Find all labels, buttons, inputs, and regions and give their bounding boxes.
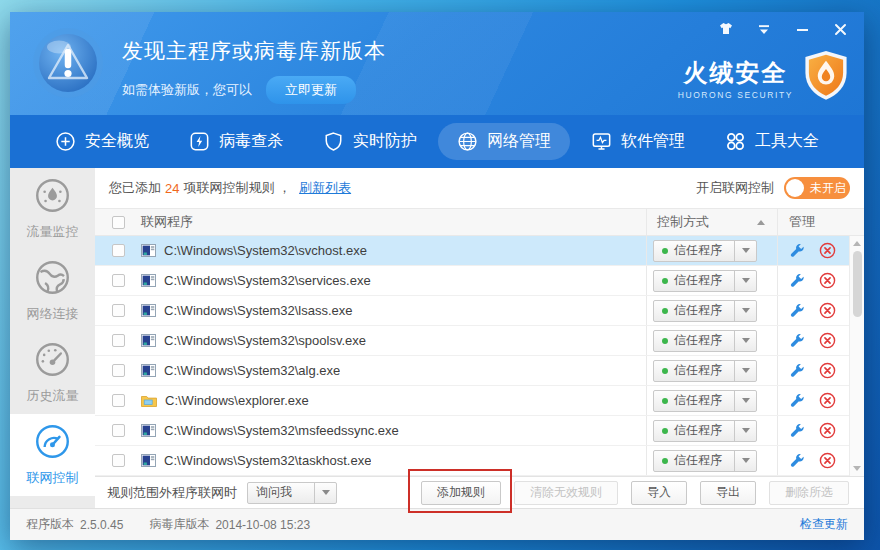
control-cell: 信任程序 bbox=[646, 386, 777, 415]
main-menu-icon[interactable] bbox=[756, 21, 772, 37]
nav-tab-tools-grid[interactable]: 工具大全 bbox=[706, 123, 838, 160]
table-row[interactable]: C:\Windows\System32\taskhost.exe信任程序 bbox=[95, 446, 864, 476]
control-mode-dropdown[interactable]: 信任程序 bbox=[653, 300, 757, 322]
table-row[interactable]: C:\Windows\System32\svchost.exe信任程序 bbox=[95, 236, 864, 266]
program-cell: C:\Windows\System32\msfeedssync.exe bbox=[141, 423, 646, 438]
sort-arrow-icon[interactable] bbox=[757, 220, 765, 225]
delete-rule-icon[interactable] bbox=[819, 272, 836, 289]
chevron-down-icon[interactable] bbox=[734, 451, 756, 471]
control-mode-dropdown[interactable]: 信任程序 bbox=[653, 360, 757, 382]
delete-rule-icon[interactable] bbox=[819, 332, 836, 349]
trusted-status-dot bbox=[662, 368, 668, 374]
row-checkbox[interactable] bbox=[112, 304, 125, 317]
program-path: C:\Windows\explorer.exe bbox=[165, 393, 309, 408]
update-banner: 发现主程序或病毒库新版本 如需体验新版，您可以 立即更新 bbox=[122, 37, 386, 104]
sidebar-item-net-connections[interactable]: 网络连接 bbox=[10, 250, 95, 332]
edit-rule-wrench-icon[interactable] bbox=[789, 393, 805, 409]
edit-rule-wrench-icon[interactable] bbox=[789, 243, 805, 259]
add-rule-button[interactable]: 添加规则 bbox=[421, 481, 501, 505]
sidebar-item-net-control[interactable]: 联网控制 bbox=[10, 414, 95, 496]
chevron-down-icon[interactable] bbox=[734, 391, 756, 411]
sidebar-item-history-traffic[interactable]: 历史流量 bbox=[10, 332, 95, 414]
action-button[interactable]: 导入 bbox=[631, 481, 687, 505]
dropdown-value: 询问我 bbox=[248, 484, 314, 501]
control-mode-dropdown[interactable]: 信任程序 bbox=[653, 330, 757, 352]
scroll-down-icon[interactable] bbox=[853, 466, 861, 471]
chevron-down-icon[interactable] bbox=[734, 421, 756, 441]
row-checkbox[interactable] bbox=[112, 424, 125, 437]
manage-cell bbox=[777, 356, 849, 385]
edit-rule-wrench-icon[interactable] bbox=[789, 423, 805, 439]
row-checkbox[interactable] bbox=[112, 454, 125, 467]
net-control-toggle[interactable]: 未开启 bbox=[784, 177, 850, 199]
trusted-status-dot bbox=[662, 248, 668, 254]
nav-tab-virus-scan[interactable]: 病毒查杀 bbox=[170, 123, 302, 160]
nav-tab-overview[interactable]: 安全概览 bbox=[36, 123, 168, 160]
program-path: C:\Windows\System32\msfeedssync.exe bbox=[164, 423, 399, 438]
delete-rule-icon[interactable] bbox=[819, 422, 836, 439]
column-manage: 管理 bbox=[777, 209, 849, 235]
control-mode-dropdown[interactable]: 信任程序 bbox=[653, 420, 757, 442]
refresh-list-link[interactable]: 刷新列表 bbox=[299, 179, 351, 197]
row-checkbox[interactable] bbox=[112, 394, 125, 407]
control-mode-dropdown[interactable]: 信任程序 bbox=[653, 240, 757, 262]
chevron-down-icon[interactable] bbox=[734, 241, 756, 261]
program-version: 2.5.0.45 bbox=[80, 518, 123, 532]
row-checkbox[interactable] bbox=[112, 334, 125, 347]
nav-tab-software-manage[interactable]: 软件管理 bbox=[572, 123, 704, 160]
nav-tab-network-manage[interactable]: 网络管理 bbox=[438, 123, 570, 160]
edit-rule-wrench-icon[interactable] bbox=[789, 273, 805, 289]
row-checkbox[interactable] bbox=[112, 364, 125, 377]
delete-rule-icon[interactable] bbox=[819, 242, 836, 259]
out-of-rule-dropdown[interactable]: 询问我 bbox=[247, 482, 337, 504]
control-mode-dropdown[interactable]: 信任程序 bbox=[653, 390, 757, 412]
delete-rule-icon[interactable] bbox=[819, 302, 836, 319]
close-icon[interactable] bbox=[832, 21, 848, 37]
check-update-link[interactable]: 检查更新 bbox=[800, 516, 848, 533]
program-path: C:\Windows\System32\alg.exe bbox=[164, 363, 340, 378]
row-checkbox[interactable] bbox=[112, 244, 125, 257]
manage-cell bbox=[777, 296, 849, 325]
table-row[interactable]: C:\Windows\System32\spoolsv.exe信任程序 bbox=[95, 326, 864, 356]
control-mode-dropdown[interactable]: 信任程序 bbox=[653, 450, 757, 472]
chevron-down-icon[interactable] bbox=[314, 483, 336, 503]
chevron-down-icon[interactable] bbox=[734, 361, 756, 381]
table-row[interactable]: C:\Windows\System32\services.exe信任程序 bbox=[95, 266, 864, 296]
edit-rule-wrench-icon[interactable] bbox=[789, 363, 805, 379]
control-cell: 信任程序 bbox=[646, 326, 777, 355]
update-now-button[interactable]: 立即更新 bbox=[266, 76, 356, 104]
control-cell: 信任程序 bbox=[646, 356, 777, 385]
action-button[interactable]: 导出 bbox=[700, 481, 756, 505]
select-all-checkbox[interactable] bbox=[112, 216, 125, 229]
table-row[interactable]: C:\Windows\System32\lsass.exe信任程序 bbox=[95, 296, 864, 326]
sidebar-item-traffic-monitor[interactable]: 流量监控 bbox=[10, 168, 95, 250]
manage-cell bbox=[777, 386, 849, 415]
table-row[interactable]: C:\Windows\explorer.exe信任程序 bbox=[95, 386, 864, 416]
sidebar-item-label: 流量监控 bbox=[27, 223, 79, 241]
chevron-down-icon[interactable] bbox=[734, 301, 756, 321]
delete-rule-icon[interactable] bbox=[819, 452, 836, 469]
nav-tab-realtime-protect[interactable]: 实时防护 bbox=[304, 123, 436, 160]
chevron-down-icon[interactable] bbox=[734, 271, 756, 291]
scroll-thumb[interactable] bbox=[853, 251, 862, 317]
chevron-down-icon[interactable] bbox=[734, 331, 756, 351]
update-title: 发现主程序或病毒库新版本 bbox=[122, 37, 386, 65]
nav-tab-label: 软件管理 bbox=[621, 131, 685, 152]
scroll-up-icon[interactable] bbox=[853, 241, 861, 246]
table-row[interactable]: C:\Windows\System32\alg.exe信任程序 bbox=[95, 356, 864, 386]
manage-cell bbox=[777, 236, 849, 265]
table-scrollbar[interactable] bbox=[849, 236, 864, 476]
exe-file-icon bbox=[141, 334, 156, 347]
delete-rule-icon[interactable] bbox=[819, 362, 836, 379]
edit-rule-wrench-icon[interactable] bbox=[789, 333, 805, 349]
control-mode-dropdown[interactable]: 信任程序 bbox=[653, 270, 757, 292]
control-mode-text: 信任程序 bbox=[674, 392, 722, 409]
edit-rule-wrench-icon[interactable] bbox=[789, 303, 805, 319]
row-checkbox[interactable] bbox=[112, 274, 125, 287]
delete-rule-icon[interactable] bbox=[819, 392, 836, 409]
program-path: C:\Windows\System32\svchost.exe bbox=[164, 243, 367, 258]
skin-icon[interactable] bbox=[718, 21, 734, 37]
minimize-icon[interactable] bbox=[794, 21, 810, 37]
edit-rule-wrench-icon[interactable] bbox=[789, 453, 805, 469]
table-row[interactable]: C:\Windows\System32\msfeedssync.exe信任程序 bbox=[95, 416, 864, 446]
